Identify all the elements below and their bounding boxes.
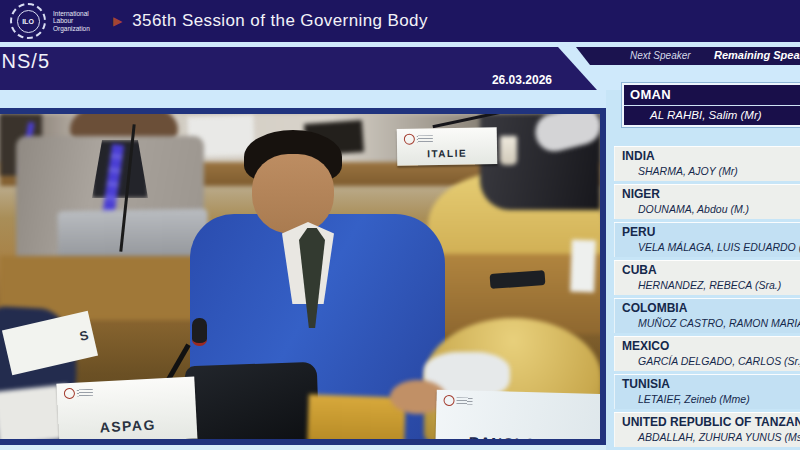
next-speaker-name: AL RAHBI, Salim (Mr) xyxy=(624,106,800,125)
speaker-face xyxy=(252,154,334,234)
queue-name: DOUNAMA, Abdou (M.) xyxy=(614,201,800,215)
queue-name: LETAIEF, Zeineb (Mme) xyxy=(614,391,800,405)
queue-country: PERU xyxy=(614,222,800,239)
ilo-plate-logo-icon xyxy=(404,134,415,145)
conference-room-scene: ITALIE S ASPAG BANGLADESH xyxy=(0,114,600,439)
ilo-logo-icon: ILO xyxy=(10,3,46,39)
ilo-plate-logo-icon xyxy=(443,395,454,406)
queue-country: TUNISIA xyxy=(614,374,800,391)
ilo-plate-logo-icon xyxy=(64,388,76,400)
play-arrow-icon: ▶ xyxy=(113,14,122,28)
next-speaker-card: OMAN AL RAHBI, Salim (Mr) xyxy=(622,83,800,127)
nameplate-side xyxy=(570,240,596,293)
nameplate-aspag: ASPAG xyxy=(56,376,197,439)
queue-country: NIGER xyxy=(614,184,800,201)
remaining-speakers-label: Remaining Speakers xyxy=(714,49,800,61)
queue-country: CUBA xyxy=(614,260,800,277)
queue-country: COLOMBIA xyxy=(614,298,800,315)
paper-cup xyxy=(500,136,517,165)
session-date: 26.03.2026 xyxy=(492,73,552,87)
org-name: International Labour Organization xyxy=(53,10,111,33)
speaker-queue-row: UNITED REPUBLIC OF TANZANIA (Ms) ABDALLA… xyxy=(614,412,800,447)
next-speaker-label: Next Speaker xyxy=(630,50,691,61)
nameplate-bangladesh: BANGLADESH xyxy=(435,390,600,439)
speaker-queue-row: COLOMBIA MUÑOZ CASTRO, RAMON MARIA (Sr.) xyxy=(614,298,800,333)
webcast-page: ILO International Labour Organization ▶ … xyxy=(0,0,800,450)
queue-name: ABDALLAH, ZUHURA YUNUS (Ms) xyxy=(614,429,800,443)
subheader-bar: INS/5 26.03.2026 xyxy=(0,47,600,90)
queue-name: GARCÍA DELGADO, CARLOS (Sr.) xyxy=(614,353,800,367)
speaker-queue-row: PERU VELA MÁLAGA, LUIS EDUARDO (Sr.) xyxy=(614,222,800,257)
video-feed[interactable]: ITALIE S ASPAG BANGLADESH xyxy=(0,108,606,445)
speaker-queue-row: INDIA SHARMA, AJOY (Mr) xyxy=(614,146,800,181)
next-speaker-country: OMAN xyxy=(624,85,800,106)
queue-name: VELA MÁLAGA, LUIS EDUARDO (Sr.) xyxy=(614,239,800,253)
speaker-panel-header: Next Speaker Remaining Speakers xyxy=(572,47,800,65)
queue-name: SHARMA, AJOY (Mr) xyxy=(614,163,800,177)
page-title: 356th Session of the Governing Body xyxy=(132,11,428,31)
speaker-queue-row: NIGER DOUNAMA, Abdou (M.) xyxy=(614,184,800,219)
speaker-queue: INDIA SHARMA, AJOY (Mr) NIGER DOUNAMA, A… xyxy=(614,146,800,450)
nameplate-italie: ITALIE xyxy=(397,127,498,166)
queue-country: UNITED REPUBLIC OF TANZANIA (Ms) xyxy=(614,412,800,429)
speaker-queue-row: MEXICO GARCÍA DELGADO, CARLOS (Sr.) xyxy=(614,336,800,371)
queue-name: HERNANDEZ, REBECA (Sra.) xyxy=(614,277,800,291)
queue-country: INDIA xyxy=(614,146,800,163)
app-header: ILO International Labour Organization ▶ … xyxy=(0,0,800,42)
speaker-queue-row: TUNISIA LETAIEF, Zeineb (Mme) xyxy=(614,374,800,409)
microphone-icon xyxy=(192,318,207,346)
queue-country: MEXICO xyxy=(614,336,800,353)
black-laptop xyxy=(185,362,320,439)
document-reference: INS/5 xyxy=(0,50,50,73)
subheader-band-lower xyxy=(0,90,606,108)
speaker-queue-row: CUBA HERNANDEZ, REBECA (Sra.) xyxy=(614,260,800,295)
queue-name: MUÑOZ CASTRO, RAMON MARIA (Sr.) xyxy=(614,315,800,329)
bottom-strip xyxy=(0,445,606,450)
